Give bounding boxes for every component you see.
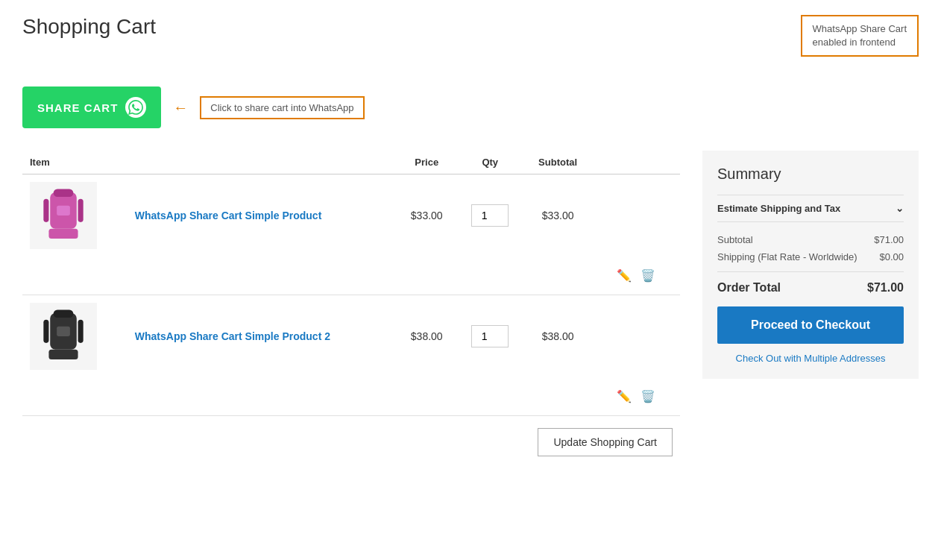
table-row: WhatsApp Share Cart Simple Product $33.0… (22, 174, 680, 257)
item-image-cell (22, 174, 128, 257)
action-icons-1: ✏️ 🗑️ (599, 264, 673, 287)
share-section: SHARE CART ← Click to share cart into Wh… (22, 86, 919, 128)
summary-title: Summary (717, 166, 904, 183)
edit-icon-2[interactable]: ✏️ (617, 389, 632, 403)
cart-table: Item Price Qty Subtotal (22, 151, 680, 464)
item-subtotal-1: $33.00 (523, 174, 592, 257)
item-name-1: WhatsApp Share Cart Simple Product (135, 210, 321, 221)
subtotal-label: Subtotal (717, 234, 753, 245)
item-name-cell: WhatsApp Share Cart Simple Product (128, 174, 397, 257)
col-subtotal-header: Subtotal (523, 151, 592, 174)
shipping-label: Shipping (Flat Rate - Worldwide) (717, 251, 857, 262)
estimate-shipping-label: Estimate Shipping and Tax (717, 203, 840, 214)
item-actions-2 (592, 295, 680, 378)
item-subtotal-2: $38.00 (523, 295, 592, 378)
share-tooltip: Click to share cart into WhatsApp (200, 96, 364, 119)
multi-address-link[interactable]: Check Out with Multiple Addresses (717, 353, 904, 364)
item-image-pink (30, 182, 97, 249)
share-cart-button[interactable]: SHARE CART (22, 86, 161, 128)
svg-rect-2 (57, 206, 70, 215)
svg-rect-7 (54, 310, 74, 318)
share-cart-label: SHARE CART (37, 101, 118, 114)
order-total-label: Order Total (717, 281, 781, 295)
order-total-value: $71.00 (867, 281, 904, 295)
item-qty-cell-2 (456, 295, 523, 378)
item-price-2: $38.00 (397, 295, 456, 378)
item-qty-cell-1 (456, 174, 523, 257)
checkout-button[interactable]: Proceed to Checkout (717, 306, 904, 344)
item-name-2: WhatsApp Share Cart Simple Product 2 (135, 330, 330, 342)
svg-rect-8 (57, 327, 70, 336)
item-price-1: $33.00 (397, 174, 456, 257)
action-row-1: ✏️ 🗑️ (22, 257, 680, 295)
order-total-row: Order Total $71.00 (717, 271, 904, 306)
shipping-value: $0.00 (879, 251, 904, 262)
delete-icon-2[interactable]: 🗑️ (641, 389, 655, 403)
item-image-cell-2 (22, 295, 128, 378)
page-title: Shopping Cart (22, 15, 156, 39)
svg-rect-4 (78, 199, 84, 222)
qty-input-2[interactable] (471, 325, 509, 347)
table-row: WhatsApp Share Cart Simple Product 2 $38… (22, 295, 680, 378)
svg-rect-1 (54, 189, 74, 198)
col-qty-header: Qty (456, 151, 523, 174)
svg-rect-11 (48, 350, 78, 359)
action-row-2: ✏️ 🗑️ (22, 377, 680, 416)
svg-rect-9 (43, 320, 48, 343)
whatsapp-notice: WhatsApp Share Cart enabled in frontend (801, 15, 919, 57)
arrow-icon: ← (173, 99, 188, 116)
cart-footer-row: Update Shopping Cart (22, 416, 680, 465)
svg-rect-10 (78, 320, 84, 343)
item-image-black (30, 303, 97, 370)
subtotal-value: $71.00 (874, 234, 904, 245)
summary-sidebar: Summary Estimate Shipping and Tax ⌄ Subt… (702, 151, 919, 379)
item-name-cell-2: WhatsApp Share Cart Simple Product 2 (128, 295, 397, 378)
action-icons-2: ✏️ 🗑️ (599, 385, 673, 408)
whatsapp-icon (125, 97, 146, 118)
svg-rect-3 (43, 199, 48, 222)
main-layout: Item Price Qty Subtotal (22, 151, 919, 464)
col-price-header: Price (397, 151, 456, 174)
estimate-shipping-toggle[interactable]: Estimate Shipping and Tax ⌄ (717, 195, 904, 222)
item-actions-1 (592, 174, 680, 257)
chevron-down-icon: ⌄ (896, 203, 904, 214)
edit-icon-1[interactable]: ✏️ (617, 268, 632, 283)
update-cart-button[interactable]: Update Shopping Cart (538, 428, 673, 456)
svg-rect-5 (48, 229, 78, 239)
delete-icon-1[interactable]: 🗑️ (641, 268, 655, 283)
col-item-header: Item (22, 151, 397, 174)
shipping-row: Shipping (Flat Rate - Worldwide) $0.00 (717, 248, 904, 265)
subtotal-row: Subtotal $71.00 (717, 231, 904, 248)
qty-input-1[interactable] (471, 204, 509, 227)
cart-section: Item Price Qty Subtotal (22, 151, 680, 464)
